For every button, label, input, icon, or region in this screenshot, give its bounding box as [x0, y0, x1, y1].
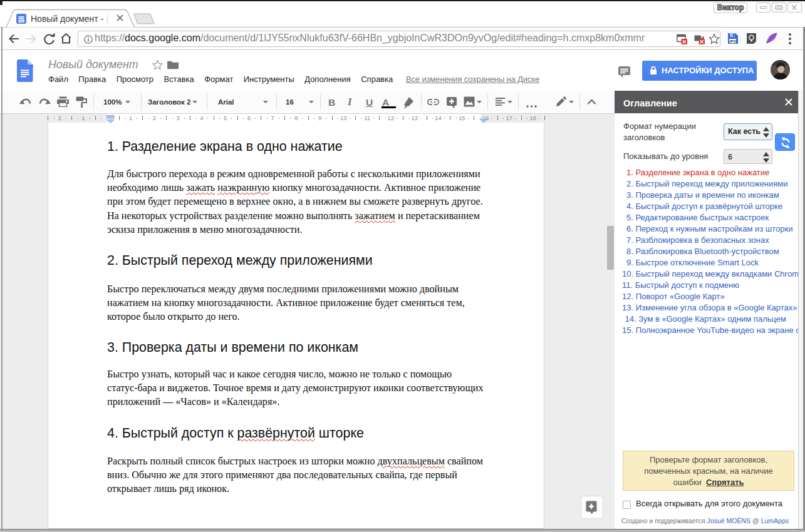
svg-text:JPG: JPG	[729, 39, 736, 43]
